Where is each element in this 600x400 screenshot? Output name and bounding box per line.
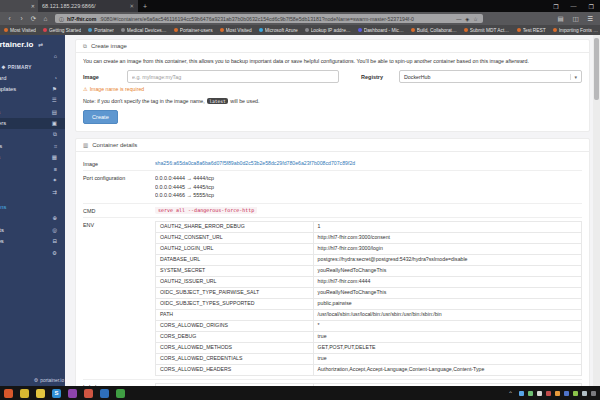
env-key: OAUTH2_LOGIN_URL	[156, 243, 314, 254]
sidebar-item[interactable]: Secrets ✦	[0, 175, 65, 186]
bookmark-item[interactable]: Submit MDT Activity	[464, 28, 510, 33]
inactive-tab-stub[interactable]: ✕	[0, 0, 38, 12]
detail-row-cmd: CMD serve all --dangerous-force-http	[83, 203, 582, 217]
reload-icon[interactable]: ⟳	[29, 15, 38, 23]
tray-expand-icon[interactable]: ⌃	[508, 390, 513, 397]
scrollbar-thumb[interactable]	[594, 38, 599, 100]
panel-title: Create image	[91, 43, 127, 49]
endpoint-swap-icon[interactable]: ⇄	[38, 41, 43, 48]
notes-icon[interactable]	[36, 389, 45, 398]
sidebars-icon[interactable]: ◫	[571, 15, 580, 23]
bookmark-item[interactable]: Medical Devices - Me...	[121, 28, 167, 33]
active-tab[interactable]: 68.121.185.229:6866/ ✕	[38, 0, 138, 12]
sidebar-item[interactable]: App Templates ⚑	[0, 83, 65, 94]
sidebar-item[interactable]: Settings ⚙	[0, 247, 65, 258]
tray-icon[interactable]	[528, 391, 533, 396]
sidebar-item-extensions[interactable]: Extensions	[0, 201, 65, 212]
env-value: public,pairwise	[313, 298, 581, 309]
excel-icon[interactable]	[116, 389, 125, 398]
create-image-description: You can create an image from this contai…	[83, 58, 582, 64]
app-diamond-icon[interactable]	[68, 389, 77, 398]
bookmark-item[interactable]: Dashboard - Microsoft...	[358, 28, 404, 33]
env-row: CORS_ALLOWED_HEADERS Authorization,Accep…	[156, 364, 582, 375]
sidebar-item-containers[interactable]: Containers ▣	[0, 118, 65, 129]
tray-icon[interactable]	[564, 391, 569, 396]
restore-button[interactable]: ❐	[589, 3, 594, 10]
env-row: CORS_DEBUG true	[156, 331, 582, 342]
minimize-button[interactable]: —	[571, 3, 577, 9]
env-key: CORS_ALLOWED_CREDENTIALS	[156, 353, 314, 364]
favicon	[43, 28, 47, 32]
firefox-icon[interactable]	[4, 389, 13, 398]
sidebar-item[interactable]: Swarm ⇉	[0, 186, 65, 197]
env-row: CORS_ALLOWED_METHODS GET,POST,PUT,DELETE	[156, 342, 582, 353]
detail-row-ports: Port configuration 0.0.0.0:4444 → 4444/t…	[83, 170, 582, 203]
sidebar-item[interactable]: Configs ≡	[0, 163, 65, 174]
create-button[interactable]: Create	[83, 110, 118, 124]
image-name-input[interactable]	[127, 70, 339, 83]
sidebar-item-icon: ▤	[52, 109, 57, 115]
bookmark-label: Medical Devices - Me...	[127, 28, 167, 33]
sidebar-item-home[interactable]: Home ⌂	[0, 50, 65, 62]
chrome-alt-icon[interactable]	[84, 389, 93, 398]
bookmark-item[interactable]: Build, Collaborate & I...	[411, 28, 457, 33]
site-info-icon[interactable]: ⓘ	[59, 16, 64, 22]
favicon	[517, 28, 521, 32]
env-key: OIDC_SUBJECT_TYPE_PAIRWISE_SALT	[156, 287, 314, 298]
tray-icon[interactable]	[582, 391, 587, 396]
bookmark-item[interactable]: Importing Fonts Upla...	[553, 28, 599, 33]
sidebar-item[interactable]: Endpoints ◎	[0, 224, 65, 235]
sidebar-item[interactable]: Registries ⊟	[0, 235, 65, 246]
bookmark-star-icon[interactable]: ☆	[472, 16, 479, 22]
url-bar[interactable]: ⓘ hl7-fhir.com :9080/#/containers/e6a6ac…	[55, 14, 483, 23]
sidebar-item[interactable]: Stacks ☰	[0, 95, 65, 106]
image-sha-link[interactable]: sha256:a65da0ca8a6ba6d07f5f89ab0d2c53b2e…	[155, 160, 582, 166]
container-details-header: ▥ Container details	[76, 139, 589, 152]
bookmark-item[interactable]: Microsoft Azure	[259, 28, 298, 33]
create-image-panel: ⧉ Create image You can create an image f…	[75, 39, 590, 132]
registry-select[interactable]: DockerHub ▾	[399, 70, 582, 83]
sidebar-version: ⚙ portainer.io 1.19.1	[0, 378, 65, 383]
detail-row-image: Image sha256:a65da0ca8a6ba6d07f5f89ab0d2…	[83, 157, 582, 170]
sidebar-item[interactable]: Volumes ▦	[0, 152, 65, 163]
tray-icon[interactable]	[519, 391, 524, 396]
tab-close-icon[interactable]: ✕	[129, 3, 134, 9]
library-icon[interactable]: ▤	[556, 15, 565, 23]
tray-icon[interactable]	[573, 391, 578, 396]
tab-close-icon[interactable]: ✕	[31, 3, 35, 9]
sidebar-item[interactable]: Dashboard ◔	[0, 72, 65, 83]
clone-icon: ⧉	[83, 43, 87, 50]
bookmark-item[interactable]: Test REST	[517, 28, 546, 33]
bookmark-item[interactable]: Portainer	[88, 28, 113, 33]
bookmark-item[interactable]: Most Visited	[220, 28, 252, 33]
tray-icon[interactable]	[537, 391, 542, 396]
page: portainer.io ⇄ Home ⌂ ❖ PRIMARY Dashboar…	[0, 35, 600, 386]
pocket-icon[interactable]: ◈	[464, 16, 470, 22]
menu-icon[interactable]: ☰	[586, 15, 595, 23]
bookmark-item[interactable]: Most Visited	[4, 28, 36, 33]
screen: ✕ 68.121.185.229:6866/ ✕ + ❒ — ❐ ‹›⟳⌂ ⓘ …	[0, 0, 600, 400]
bookmark-item[interactable]: Getting Started	[43, 28, 81, 33]
tray-icon[interactable]	[546, 391, 551, 396]
back-icon[interactable]: ‹	[5, 15, 14, 23]
sidebar-item[interactable]: Services ▤	[0, 106, 65, 117]
skype-icon[interactable]: S	[52, 389, 61, 398]
bookmark-label: Portainer	[94, 28, 113, 33]
home-icon[interactable]: ⌂	[41, 15, 50, 23]
bookmark-item[interactable]: Portainer-users	[174, 28, 213, 33]
logo-row: portainer.io ⇄	[0, 35, 65, 50]
sidebar-item[interactable]: Images ⧉	[0, 129, 65, 140]
page-scrollbar[interactable]	[593, 35, 600, 386]
bookmark-item[interactable]: Lookup IP addres...	[305, 28, 351, 33]
photos-icon[interactable]	[100, 389, 109, 398]
tray-icon[interactable]	[555, 391, 560, 396]
tray-icon[interactable]	[591, 391, 596, 396]
chrome-icon[interactable]	[20, 389, 29, 398]
url-domain: hl7-fhir.com	[67, 16, 96, 22]
browser-navbar: ‹›⟳⌂ ⓘ hl7-fhir.com :9080/#/containers/e…	[0, 12, 600, 25]
sidebar-item[interactable]: Networks ⌗	[0, 140, 65, 151]
reader-mode-icon[interactable]: —	[455, 16, 462, 22]
forward-icon[interactable]: ›	[17, 15, 26, 23]
sidebar-item[interactable]: Users ⊕	[0, 213, 65, 224]
new-tab-button[interactable]: +	[138, 0, 152, 12]
